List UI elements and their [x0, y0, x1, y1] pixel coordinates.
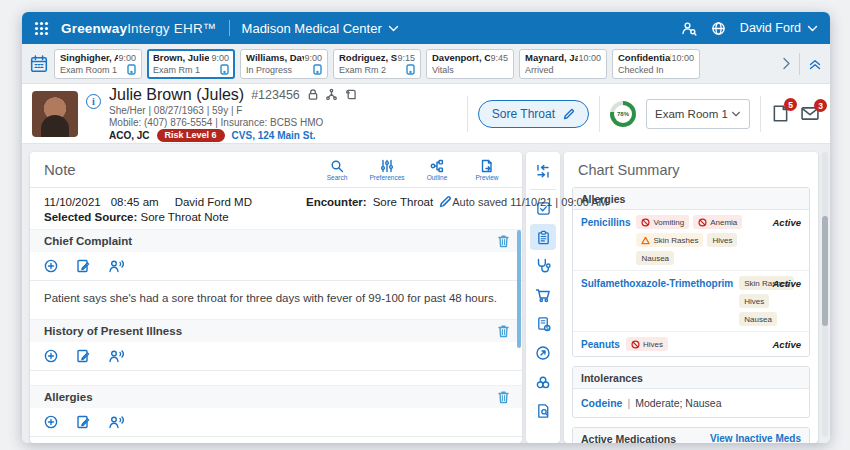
- clinic-selector[interactable]: Madison Medical Center: [242, 21, 399, 36]
- allergy-name-link[interactable]: Sulfamethoxazole-Trimethoprim: [581, 276, 733, 289]
- blocked-icon: [631, 340, 640, 349]
- search-icon: [330, 159, 344, 173]
- reaction-badge: Skin Rashes: [636, 233, 703, 247]
- patient-tab-selected[interactable]: Brown, Julie9:00 Exam Rm 1: [147, 49, 235, 79]
- template-icon[interactable]: [76, 259, 90, 273]
- tabs-collapse-icon[interactable]: [808, 57, 822, 71]
- scrollbar-thumb[interactable]: [822, 216, 828, 326]
- allergy-status: Active: [772, 215, 801, 228]
- user-menu[interactable]: David Ford: [740, 21, 818, 35]
- note-panel: Note Search Preferences Outline: [30, 152, 522, 443]
- phone-icon: [406, 64, 415, 75]
- allergy-name-link[interactable]: Penicillins: [581, 215, 630, 228]
- messages-button[interactable]: 3: [800, 105, 820, 122]
- scroll-icon[interactable]: [344, 88, 356, 101]
- messages-count-badge: 3: [814, 99, 827, 112]
- reaction-badge: Hives: [626, 337, 668, 351]
- user-name: David Ford: [740, 21, 801, 35]
- outline-icon: [430, 159, 444, 173]
- risk-level-badge[interactable]: Risk Level 6: [157, 129, 225, 142]
- template-icon[interactable]: [76, 349, 90, 363]
- brand-logo: GreenwayIntergy EHR™: [61, 21, 217, 36]
- patient-tabs: Singhigher, Alexa...9:00 Exam Room 1 Bro…: [54, 49, 774, 79]
- trash-icon[interactable]: [497, 390, 510, 404]
- section-content[interactable]: Penicillins Sulfamethoazole-Trimethoprim…: [30, 437, 522, 443]
- reaction-badge: Vomiting: [636, 215, 689, 229]
- tabs-next-icon[interactable]: [782, 57, 791, 70]
- note-scrollbar[interactable]: [517, 230, 521, 348]
- lock-icon[interactable]: [307, 88, 319, 101]
- phone-icon: [127, 64, 136, 75]
- encounter-button[interactable]: Sore Throat: [478, 100, 589, 128]
- send-button[interactable]: [530, 340, 556, 366]
- apps-cluster-button[interactable]: [530, 369, 556, 395]
- patient-photo[interactable]: [32, 91, 78, 137]
- reaction-badge: Hives: [739, 294, 769, 308]
- banner-divider: [760, 96, 761, 132]
- edit-pencil-icon: [563, 108, 575, 120]
- trash-icon[interactable]: [497, 234, 510, 248]
- orders-cart-button[interactable]: [530, 282, 556, 308]
- billing-button[interactable]: $: [530, 311, 556, 337]
- panel-collapse-button[interactable]: [530, 158, 556, 184]
- note-search-button[interactable]: Search: [314, 159, 360, 181]
- room-select[interactable]: Exam Room 1: [646, 99, 750, 129]
- window-scrollbar[interactable]: [822, 152, 828, 437]
- section-hpi: History of Present Illness: [30, 319, 522, 385]
- add-icon[interactable]: [44, 259, 58, 273]
- document-review-button[interactable]: [530, 398, 556, 424]
- template-icon[interactable]: [76, 415, 90, 429]
- main-content: Note Search Preferences Outline: [22, 144, 830, 443]
- chevron-down-icon: [731, 111, 741, 117]
- note-preferences-button[interactable]: Preferences: [364, 159, 410, 181]
- note-outline-button[interactable]: Outline: [414, 159, 460, 181]
- calendar-icon[interactable]: [30, 55, 48, 73]
- clinical-button[interactable]: [530, 253, 556, 279]
- provider-search-icon[interactable]: [681, 21, 697, 36]
- info-icon[interactable]: i: [86, 94, 101, 109]
- add-icon[interactable]: [44, 415, 58, 429]
- warning-icon: [641, 236, 650, 245]
- note-date: 11/10/2021: [44, 196, 101, 208]
- patient-tab[interactable]: Williams, David9:00 In Progress: [240, 49, 328, 79]
- patient-tab[interactable]: Maynard, James10:00 Arrived: [519, 49, 607, 79]
- allergy-name-link[interactable]: Peanuts: [581, 337, 620, 350]
- view-inactive-meds-link[interactable]: View Inactive Meds: [710, 433, 801, 443]
- globe-icon[interactable]: [711, 21, 726, 36]
- clinic-name: Madison Medical Center: [242, 21, 382, 36]
- dictation-icon[interactable]: [108, 259, 124, 273]
- note-preview-button[interactable]: Preview: [464, 159, 510, 181]
- add-icon[interactable]: [44, 349, 58, 363]
- app-grid-icon[interactable]: [34, 21, 49, 36]
- encounter-value: Sore Throat: [373, 196, 434, 208]
- patient-tab[interactable]: Singhigher, Alexa...9:00 Exam Room 1: [54, 49, 142, 79]
- brand-name: Greenway: [61, 21, 127, 36]
- chevron-down-icon: [388, 25, 399, 32]
- section-content[interactable]: [30, 371, 522, 385]
- chart-summary-button[interactable]: [530, 224, 556, 250]
- note-time: 08:45 am: [111, 196, 159, 208]
- share-icon[interactable]: [325, 88, 338, 101]
- banner-divider: [599, 96, 600, 132]
- pharmacy-link[interactable]: CVS, 124 Main St.: [232, 130, 316, 141]
- dictation-icon[interactable]: [108, 415, 124, 429]
- notes-count-badge: 5: [784, 98, 797, 111]
- intolerance-name-link[interactable]: Codeine: [581, 397, 622, 409]
- phone-icon: [313, 64, 322, 75]
- edit-pencil-icon[interactable]: [439, 195, 452, 208]
- trash-icon[interactable]: [497, 324, 510, 338]
- banner-divider: [467, 96, 468, 132]
- patient-tab-confidential[interactable]: Confidential10:00 Checked In: [612, 49, 700, 79]
- active-medications-box: Active Medications View Inactive Meds as…: [572, 427, 810, 443]
- dictation-icon[interactable]: [108, 349, 124, 363]
- encounter-label: Encounter:: [306, 196, 367, 208]
- patient-tab[interactable]: Rodriguez, Seba...9:15 Exam Rm 2: [333, 49, 421, 79]
- section-title: History of Present Illness: [44, 325, 182, 337]
- section-content[interactable]: Patient says she's had a sore throat for…: [30, 281, 522, 319]
- notes-button[interactable]: 5: [771, 104, 790, 123]
- visit-progress-value: 78%: [614, 105, 632, 123]
- patient-tab[interactable]: Davenport, Coley9:45 Vitals: [426, 49, 514, 79]
- allergy-status: Active: [772, 276, 801, 289]
- patient-contact: Mobile: (407) 876-5554 | Insurance: BCBS…: [109, 117, 356, 128]
- allergy-row: Peanuts Hives Active: [573, 332, 809, 356]
